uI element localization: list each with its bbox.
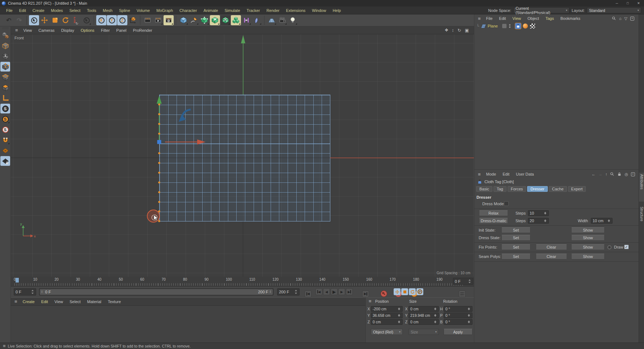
seam-polys-set-button[interactable]: Set [501,254,530,259]
om-menu-bookmarks[interactable]: Bookmarks [557,16,584,21]
next-key-button[interactable]: ▶ [346,288,353,295]
viewport-menu-cameras[interactable]: Cameras [35,28,58,33]
viewport-menu-display[interactable]: Display [58,28,77,33]
record-position-toggle[interactable] [394,288,401,295]
menu-item[interactable]: Spline [116,8,134,13]
render-to-picture-viewer-button[interactable] [153,15,163,25]
menu-item[interactable]: Edit [16,8,29,13]
record-pla-toggle[interactable] [459,290,466,297]
am-menu-edit[interactable]: Edit [499,172,513,176]
spinner[interactable] [434,313,437,318]
tab-basic[interactable]: Basic [476,186,492,192]
generator-extrude-button[interactable] [210,15,220,25]
spinner[interactable] [31,289,34,295]
viewport-menu-options[interactable]: Options [77,28,98,33]
spinner[interactable] [398,313,401,318]
parent-up-icon[interactable]: ↑ [605,172,607,176]
spinner[interactable] [467,319,471,324]
spinner[interactable] [434,319,437,324]
seam-polys-clear-button[interactable]: Clear [536,254,567,259]
dock-tab-attributes[interactable]: Attributes [639,173,644,202]
maximize-button[interactable]: □ [622,0,633,7]
spinner[interactable] [398,319,401,324]
spinner[interactable] [544,211,547,216]
draw-keyframe-circle[interactable] [607,245,611,249]
new-panel-icon[interactable]: + [631,172,635,176]
edges-mode-button[interactable] [0,72,10,82]
rotate-tool[interactable] [60,15,71,25]
camera-button[interactable] [277,15,287,25]
pen-spline-button[interactable] [189,15,199,25]
material-menu-select[interactable]: Select [66,300,84,304]
dynamic-guides-button[interactable]: S [0,125,10,134]
width-field[interactable]: 10 cm [591,218,613,224]
menu-item[interactable]: Create [29,8,48,13]
add-cube-button[interactable] [178,15,188,25]
lock-workplane-button[interactable] [0,156,10,166]
viewport-menu-icon[interactable]: ≡ [13,27,20,33]
frame-range-slider[interactable]: ‖ 0 F 200 F ‖ [39,288,274,296]
record-rotation-toggle[interactable] [409,288,416,295]
material-menu-view[interactable]: View [51,300,67,304]
menu-item[interactable]: Render [263,8,283,13]
spinner[interactable] [295,289,298,295]
orbit-view-icon[interactable]: ↻ [458,28,461,33]
target-icon[interactable]: ◎ [624,172,628,177]
tab-dresser[interactable]: Dresser [527,186,548,192]
init-state-show-button[interactable]: Show [571,227,605,233]
menu-item[interactable]: MoGraph [153,8,176,13]
floor-button[interactable] [267,15,277,25]
viewport-menu-filter[interactable]: Filter [98,28,113,33]
material-menu-edit[interactable]: Edit [38,300,51,304]
relax-steps-field[interactable]: 10 [528,210,549,216]
snap-modes-button[interactable]: S [0,114,10,124]
home-icon[interactable]: ⌂ [619,16,622,21]
menu-item[interactable]: Extensions [283,8,309,13]
dress-steps-field[interactable]: 20 [528,218,549,224]
light-button[interactable] [288,15,298,25]
range-end-grip[interactable]: ‖ [270,290,271,294]
tab-cache[interactable]: Cache [549,186,567,192]
am-menu-mode[interactable]: Mode [483,172,500,176]
layout-dropdown[interactable]: Standard ▾ [587,7,641,13]
rotation-b-field[interactable]: 0 ° [444,319,473,325]
menu-item[interactable]: Modes [48,8,66,13]
attribute-menu-icon[interactable]: ≡ [476,172,483,177]
end-frame-field[interactable]: 200 F [277,288,300,296]
dress-state-show-button[interactable]: Show [571,235,605,241]
lock-y-axis-button[interactable]: Y [107,15,117,25]
object-row-plane[interactable]: └ Plane [474,22,639,30]
size-y-field[interactable]: 219.948 cm [408,313,439,318]
material-menu-texture[interactable]: Texture [105,300,124,304]
rotation-p-field[interactable]: 0 ° [444,313,473,318]
minimize-button[interactable]: ─ [611,0,622,7]
cloth-plane-mesh[interactable] [159,95,330,221]
spinner[interactable] [468,278,471,284]
viewport-menu-view[interactable]: View [20,28,35,33]
am-menu-userdata[interactable]: User Data [513,172,537,176]
material-menu-icon[interactable]: ≡ [12,299,20,304]
dress-mode-checkbox[interactable] [504,201,509,206]
object-list-empty[interactable] [474,30,639,170]
coordinate-system-button[interactable] [128,15,138,25]
menu-item[interactable]: File [3,8,16,13]
goto-start-button[interactable]: ◀ [305,290,312,297]
spinner[interactable] [434,306,437,311]
position-x-field[interactable]: -200 cm [371,306,403,312]
position-z-field[interactable]: 0 cm [371,319,403,325]
make-editable-button[interactable] [0,30,10,40]
polygons-mode-button[interactable] [0,83,10,92]
spinner[interactable] [398,306,401,311]
relax-button[interactable]: Relax [479,210,508,216]
history-forward-icon[interactable]: → [598,172,602,176]
om-menu-edit[interactable]: Edit [496,16,509,21]
fix-points-clear-button[interactable]: Clear [536,244,567,250]
tab-forces[interactable]: Forces [508,186,526,192]
om-menu-file[interactable]: File [483,16,496,21]
tab-tag[interactable]: Tag [493,186,507,192]
volume-generator-button[interactable] [220,15,230,25]
layer-toggle[interactable] [502,24,507,28]
coordinate-mode-dropdown[interactable]: Object (Rel)▾ [371,329,403,335]
init-state-set-button[interactable]: Set [501,227,530,233]
visibility-dots[interactable] [509,24,510,28]
